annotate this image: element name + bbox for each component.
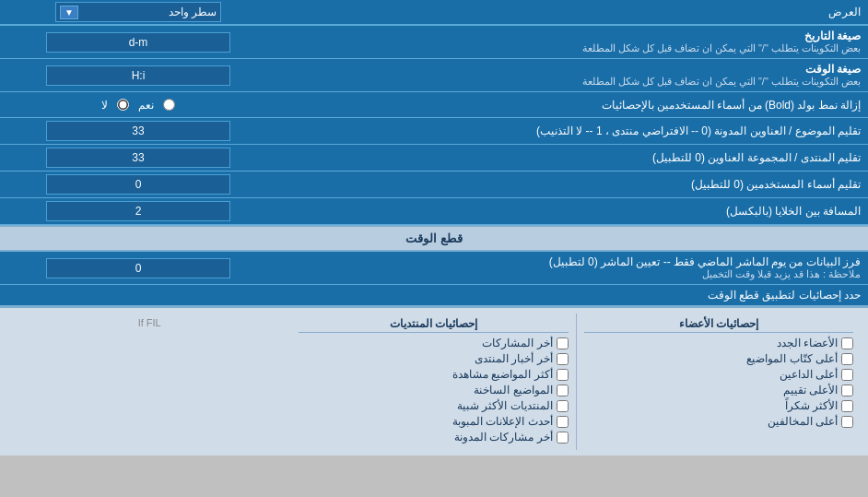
stats-member-check-3[interactable]	[841, 385, 853, 396]
usernames-trim-input[interactable]	[46, 174, 230, 195]
forum-order-label: تقليم المنتدى / المجموعة العناوين (0 للت…	[276, 148, 868, 168]
stats-col-right-empty: If FIL	[7, 314, 291, 450]
topic-order-row: تقليم الموضوع / العناوين المدونة (0 -- ا…	[0, 118, 868, 145]
stats-forum-label-0: أخر المشاركات	[482, 337, 552, 349]
stats-member-item-3: الأعلى تقييم	[584, 384, 853, 396]
time-format-subtitle: بعض التكوينات يتطلب "/" التي يمكن ان تضا…	[284, 76, 861, 88]
forum-order-input[interactable]	[46, 148, 230, 168]
time-format-input-area	[0, 63, 276, 89]
stats-forum-item-5: أحدث الإعلانات المبوبة	[299, 415, 568, 428]
stats-forum-item-0: أخر المشاركات	[299, 337, 568, 349]
stats-member-check-2[interactable]	[841, 369, 853, 381]
stats-forums-header: إحصائيات المنتديات	[299, 317, 568, 333]
header-row: العرض سطر واحد ▼	[0, 0, 868, 26]
stats-member-label-2: أعلى الداعين	[780, 368, 838, 381]
stats-member-item-0: الأعضاء الجدد	[584, 337, 853, 349]
stats-forum-item-2: أكثر المواضيع مشاهدة	[299, 368, 568, 381]
time-format-title: صيغة الوقت	[284, 63, 861, 76]
stats-forum-check-3[interactable]	[557, 385, 569, 396]
date-format-input-area	[0, 30, 276, 55]
stats-member-label-4: الأكثر شكراً	[785, 399, 838, 412]
stats-limit-label: حدد إحصائيات لتطبيق قطع الوقت	[7, 289, 861, 302]
header-label: العرض	[276, 3, 868, 21]
realtime-filter-input[interactable]	[46, 258, 230, 278]
stats-member-check-1[interactable]	[841, 353, 853, 365]
topic-order-input-area	[0, 118, 276, 144]
date-format-subtitle: بعض التكوينات يتطلب "/" التي يمكن ان تضا…	[284, 42, 861, 54]
stats-forum-label-5: أحدث الإعلانات المبوبة	[452, 415, 553, 428]
stats-forum-check-6[interactable]	[557, 432, 569, 444]
stats-member-check-0[interactable]	[841, 337, 853, 349]
stats-member-label-1: أعلى كتّاب المواضيع	[746, 352, 838, 365]
usernames-trim-label: تقليم أسماء المستخدمين (0 للتطبيل)	[276, 174, 868, 195]
stats-forum-item-6: أخر مشاركات المدونة	[299, 431, 568, 444]
bold-no-label: لا	[101, 99, 108, 112]
realtime-filter-input-area	[0, 255, 276, 281]
stats-member-check-5[interactable]	[841, 416, 853, 428]
stats-col-forums: إحصائيات المنتديات أخر المشاركات أخر أخب…	[291, 314, 576, 450]
cell-spacing-input[interactable]	[46, 201, 230, 221]
forum-order-row: تقليم المنتدى / المجموعة العناوين (0 للت…	[0, 145, 868, 172]
date-format-label: صيغة التاريخ بعض التكوينات يتطلب "/" الت…	[276, 26, 868, 58]
realtime-filter-title: فرز البيانات من يوم الماشر الماضي فقط --…	[284, 255, 861, 268]
bold-yes-label: نعم	[138, 99, 154, 112]
realtime-section-header: قطع الوقت	[0, 225, 868, 252]
cell-spacing-label: المسافة بين الخلايا (بالبكسل)	[276, 201, 868, 221]
stats-forum-label-3: المواضيع الساخنة	[474, 384, 552, 396]
bold-yes-radio[interactable]	[163, 99, 175, 111]
stats-forum-label-1: أخر أخبار المنتدى	[475, 352, 553, 365]
time-format-row: صيغة الوقت بعض التكوينات يتطلب "/" التي …	[0, 59, 868, 92]
stats-member-label-0: الأعضاء الجدد	[777, 337, 838, 349]
cell-spacing-input-area	[0, 198, 276, 224]
stats-member-item-2: أعلى الداعين	[584, 368, 853, 381]
realtime-filter-label: فرز البيانات من يوم الماشر الماضي فقط --…	[276, 252, 868, 284]
dropdown-arrow[interactable]: ▼	[60, 6, 78, 19]
date-format-row: صيغة التاريخ بعض التكوينات يتطلب "/" الت…	[0, 26, 868, 59]
stats-limit-row: حدد إحصائيات لتطبيق قطع الوقت	[0, 285, 868, 306]
realtime-filter-note: ملاحظة : هذا قد يزيد قبلا وقت التخميل	[284, 268, 861, 280]
cell-spacing-row: المسافة بين الخلايا (بالبكسل)	[0, 198, 868, 225]
stats-forum-check-2[interactable]	[557, 369, 569, 381]
stats-forum-check-5[interactable]	[557, 416, 569, 428]
bold-no-radio[interactable]	[117, 99, 129, 111]
stats-member-item-4: الأكثر شكراً	[584, 399, 853, 412]
stats-forum-check-1[interactable]	[557, 353, 569, 365]
realtime-title: قطع الوقت	[405, 231, 463, 245]
realtime-filter-row: فرز البيانات من يوم الماشر الماضي فقط --…	[0, 252, 868, 285]
stats-col-members: إحصائيات الأعضاء الأعضاء الجدد أعلى كتّا…	[577, 314, 861, 450]
stats-member-label-3: الأعلى تقييم	[783, 384, 838, 396]
topic-order-input[interactable]	[46, 121, 230, 141]
topic-order-label: تقليم الموضوع / العناوين المدونة (0 -- ا…	[276, 121, 868, 141]
stats-members-header: إحصائيات الأعضاء	[584, 317, 853, 333]
main-container: العرض سطر واحد ▼ صيغة التاريخ بعض التكوي…	[0, 0, 868, 456]
time-format-input[interactable]	[46, 65, 230, 86]
header-input-area: سطر واحد ▼	[0, 0, 276, 24]
stats-forum-check-0[interactable]	[557, 337, 569, 349]
stats-forum-item-1: أخر أخبار المنتدى	[299, 352, 568, 365]
if-fil-text: If FIL	[15, 317, 284, 328]
stats-forum-label-4: المنتديات الأكثر شبية	[457, 399, 553, 412]
usernames-trim-row: تقليم أسماء المستخدمين (0 للتطبيل)	[0, 172, 868, 198]
usernames-trim-input-area	[0, 172, 276, 197]
bold-remove-row: إزالة نمط بولد (Bold) من أسماء المستخدمي…	[0, 92, 868, 118]
dropdown-label: سطر واحد	[169, 6, 217, 18]
date-format-title: صيغة التاريخ	[284, 30, 861, 42]
stats-member-item-1: أعلى كتّاب المواضيع	[584, 352, 853, 365]
stats-section: إحصائيات الأعضاء الأعضاء الجدد أعلى كتّا…	[0, 306, 868, 456]
stats-forum-label-2: أكثر المواضيع مشاهدة	[452, 368, 553, 381]
bold-remove-input-area: نعم لا	[0, 96, 276, 114]
stats-forum-check-4[interactable]	[557, 400, 569, 412]
stats-forum-item-4: المنتديات الأكثر شبية	[299, 399, 568, 412]
bold-radio-group: نعم لا	[101, 99, 175, 112]
stats-forum-label-6: أخر مشاركات المدونة	[454, 431, 553, 444]
stats-member-item-5: أعلى المخالفين	[584, 415, 853, 428]
forum-order-input-area	[0, 145, 276, 171]
date-format-input[interactable]	[46, 32, 230, 53]
stats-columns: إحصائيات الأعضاء الأعضاء الجدد أعلى كتّا…	[7, 314, 861, 450]
stats-member-label-5: أعلى المخالفين	[768, 415, 838, 428]
stats-forum-item-3: المواضيع الساخنة	[299, 384, 568, 396]
time-format-label: صيغة الوقت بعض التكوينات يتطلب "/" التي …	[276, 59, 868, 91]
display-dropdown[interactable]: سطر واحد ▼	[55, 2, 221, 22]
stats-member-check-4[interactable]	[841, 400, 853, 412]
bold-remove-label: إزالة نمط بولد (Bold) من أسماء المستخدمي…	[276, 95, 868, 115]
